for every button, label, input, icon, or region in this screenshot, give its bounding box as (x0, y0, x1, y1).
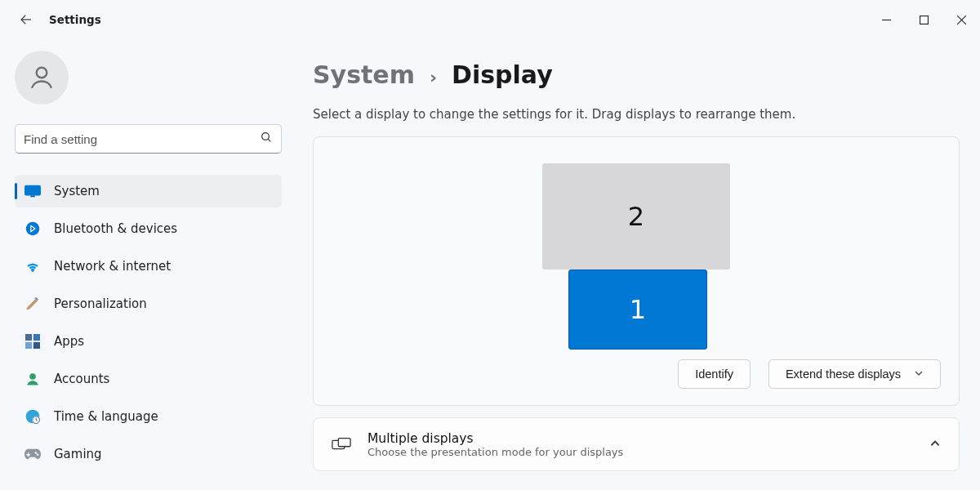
display-2-box[interactable]: 2 (542, 163, 730, 270)
chevron-up-icon (929, 438, 941, 452)
nav-label: Bluetooth & devices (54, 221, 177, 236)
breadcrumb: System › Display (313, 60, 960, 89)
globe-clock-icon (24, 408, 41, 425)
nav-label: Network & internet (54, 259, 171, 274)
bluetooth-icon (24, 220, 41, 237)
brush-icon (24, 296, 41, 312)
chevron-right-icon: › (430, 67, 437, 87)
back-button[interactable] (11, 5, 41, 34)
maximize-button[interactable] (905, 7, 942, 33)
nav-list: System Bluetooth & devices Network & int… (15, 175, 282, 470)
svg-point-16 (29, 373, 36, 380)
nav-label: Accounts (54, 372, 109, 386)
nav-item-accounts[interactable]: Accounts (15, 363, 282, 395)
svg-point-21 (37, 454, 38, 456)
breadcrumb-parent[interactable]: System (313, 60, 415, 89)
breadcrumb-current: Display (452, 60, 553, 89)
svg-rect-12 (25, 334, 32, 341)
search-icon (260, 131, 273, 147)
svg-line-7 (268, 139, 270, 141)
nav-label: System (54, 184, 100, 198)
svg-point-6 (262, 133, 270, 140)
display-1-label: 1 (630, 294, 646, 325)
gamepad-icon (24, 446, 41, 462)
titlebar: Settings (0, 0, 980, 39)
system-icon (24, 183, 41, 199)
svg-rect-25 (338, 439, 350, 447)
multiple-displays-subtitle: Choose the presentation mode for your di… (368, 446, 623, 458)
apps-icon (24, 333, 41, 350)
svg-point-5 (37, 68, 47, 78)
user-avatar[interactable] (15, 51, 69, 105)
search-input[interactable] (24, 132, 260, 146)
display-mode-dropdown[interactable]: Extend these displays (768, 359, 941, 389)
display-mode-label: Extend these displays (786, 368, 901, 381)
search-box[interactable] (15, 124, 282, 154)
identify-button[interactable]: Identify (678, 359, 751, 389)
svg-point-10 (26, 222, 40, 236)
svg-rect-9 (30, 195, 34, 197)
svg-rect-23 (26, 454, 30, 456)
window-title: Settings (49, 13, 101, 26)
nav-item-system[interactable]: System (15, 175, 282, 207)
multiple-displays-title: Multiple displays (368, 431, 623, 446)
svg-rect-14 (25, 342, 32, 349)
nav-label: Time & language (54, 409, 158, 424)
display-1-box[interactable]: 1 (568, 270, 707, 350)
wifi-icon (24, 258, 41, 274)
nav-item-bluetooth[interactable]: Bluetooth & devices (15, 212, 282, 245)
panel-actions: Identify Extend these displays (314, 350, 959, 405)
nav-label: Personalization (54, 296, 147, 311)
sidebar: System Bluetooth & devices Network & int… (0, 39, 290, 490)
nav-item-gaming[interactable]: Gaming (15, 438, 282, 470)
close-button[interactable] (942, 7, 980, 33)
svg-rect-8 (24, 185, 41, 196)
identify-label: Identify (695, 368, 733, 381)
nav-item-network[interactable]: Network & internet (15, 250, 282, 283)
display-arrangement-panel: 2 1 Identify Extend these displays (313, 136, 960, 406)
nav-item-personalization[interactable]: Personalization (15, 287, 282, 320)
svg-rect-2 (920, 16, 928, 24)
svg-rect-13 (33, 334, 40, 341)
instruction-text: Select a display to change the settings … (313, 107, 960, 122)
svg-point-20 (35, 452, 37, 453)
multiple-displays-icon (332, 437, 351, 452)
multiple-displays-row[interactable]: Multiple displays Choose the presentatio… (313, 417, 960, 471)
svg-rect-15 (33, 342, 40, 349)
nav-label: Apps (54, 334, 84, 349)
window-controls (867, 7, 980, 33)
nav-item-apps[interactable]: Apps (15, 325, 282, 358)
nav-label: Gaming (54, 447, 102, 461)
accounts-icon (24, 371, 41, 387)
main-content: System › Display Select a display to cha… (290, 39, 980, 490)
chevron-down-icon (914, 368, 924, 381)
nav-item-time-language[interactable]: Time & language (15, 400, 282, 433)
display-arrangement-area[interactable]: 2 1 (314, 137, 959, 350)
minimize-button[interactable] (867, 7, 905, 33)
display-2-label: 2 (628, 201, 644, 232)
